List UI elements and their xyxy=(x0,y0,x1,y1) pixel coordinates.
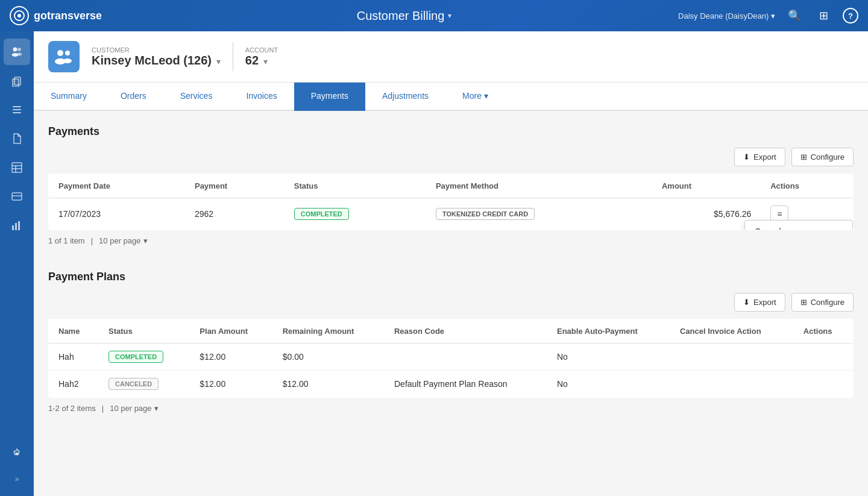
dropdown-item-cancel[interactable]: Cancel xyxy=(745,221,852,230)
cell-payment-date: 17/07/2023 xyxy=(49,198,185,230)
svg-point-1 xyxy=(17,14,21,17)
per-page-plans[interactable]: 10 per page ▾ xyxy=(110,404,158,413)
status-badge-completed: COMPLETED xyxy=(294,208,349,220)
col-payment: Payment xyxy=(185,174,285,198)
customer-name-row: Kinsey McLeod (126) ▾ xyxy=(92,54,221,67)
search-button[interactable]: 🔍 xyxy=(785,6,804,25)
svg-point-21 xyxy=(57,50,63,56)
cell-plan-name-2: Hah2 xyxy=(49,371,99,398)
account-dropdown-arrow[interactable]: ▾ xyxy=(263,57,268,66)
cell-plan-actions-2 xyxy=(794,371,854,398)
sidebar-item-list[interactable] xyxy=(4,96,30,123)
tab-services[interactable]: Services xyxy=(163,83,230,111)
payments-table-header: Payment Date Payment Status Payment Meth… xyxy=(49,174,854,198)
svg-rect-10 xyxy=(13,112,21,113)
table-row: Hah2 CANCELED $12.00 $12.00 Default Paym… xyxy=(49,371,854,398)
sidebar-item-chart[interactable] xyxy=(4,212,30,239)
cell-plan-actions-1 xyxy=(794,344,854,371)
svg-rect-17 xyxy=(12,225,14,230)
cell-status: COMPLETED xyxy=(285,198,426,230)
svg-rect-11 xyxy=(12,163,22,172)
account-num-row: 62 ▾ xyxy=(245,54,278,67)
svg-rect-15 xyxy=(12,193,22,200)
col-payment-method: Payment Method xyxy=(426,174,652,198)
cell-remaining-2: $12.00 xyxy=(273,371,385,398)
col-name: Name xyxy=(49,319,99,344)
payment-plans-toolbar: ⬇ Export ⊞ Configure xyxy=(48,293,854,312)
separator-plans: | xyxy=(102,404,104,413)
customer-header: CUSTOMER Kinsey McLeod (126) ▾ ACCOUNT 6… xyxy=(34,31,868,83)
svg-point-23 xyxy=(65,51,70,55)
sidebar-item-table[interactable] xyxy=(4,154,30,181)
cell-cancel-invoice-1 xyxy=(670,344,794,371)
help-button[interactable]: ? xyxy=(843,8,858,24)
export-payments-button[interactable]: ⬇ Export xyxy=(734,148,785,166)
tab-summary[interactable]: Summary xyxy=(34,83,104,111)
customer-dropdown-arrow[interactable]: ▾ xyxy=(216,57,221,66)
actions-icon: ≡ xyxy=(777,209,782,219)
separator: | xyxy=(91,236,93,245)
tab-more[interactable]: More ▾ xyxy=(445,83,505,111)
tab-orders[interactable]: Orders xyxy=(104,83,163,111)
cell-plan-amount-1: $12.00 xyxy=(190,344,272,371)
logo-icon xyxy=(10,6,29,25)
col-auto-payment: Enable Auto-Payment xyxy=(547,319,670,344)
sidebar-item-settings[interactable] xyxy=(4,441,30,467)
plan-status-badge-2: CANCELED xyxy=(108,378,159,390)
sidebar-item-document[interactable] xyxy=(4,125,30,152)
plan-status-badge-1: COMPLETED xyxy=(108,351,163,363)
account-label: ACCOUNT xyxy=(245,46,278,54)
download-icon: ⬇ xyxy=(743,152,750,162)
export-plans-button[interactable]: ⬇ Export xyxy=(734,293,785,312)
pagination-payments: 1 of 1 item xyxy=(48,236,85,245)
tab-payments[interactable]: Payments xyxy=(294,83,365,111)
cell-auto-payment-1: No xyxy=(547,344,670,371)
configure-payments-button[interactable]: ⊞ Configure xyxy=(791,148,854,166)
payments-table-footer: 1 of 1 item | 10 per page ▾ xyxy=(48,230,854,251)
user-menu[interactable]: Daisy Deane (DaisyDean) ▾ xyxy=(678,11,775,20)
customer-label: CUSTOMER xyxy=(92,46,221,54)
col-remaining-amount: Remaining Amount xyxy=(273,319,385,344)
pagination-plans: 1-2 of 2 items xyxy=(48,404,96,413)
col-actions: Actions xyxy=(761,174,853,198)
configure-icon: ⊞ xyxy=(800,152,807,162)
payment-method-badge: TOKENIZED CREDIT CARD xyxy=(436,208,535,220)
cell-actions: ≡ Cancel Payment Application Reallocate … xyxy=(761,198,853,230)
header-divider xyxy=(233,42,233,71)
svg-point-2 xyxy=(13,48,17,52)
sidebar-item-copy[interactable] xyxy=(4,67,30,94)
cell-plan-status-1: COMPLETED xyxy=(99,344,190,371)
svg-rect-9 xyxy=(13,109,21,110)
cell-remaining-1: $0.00 xyxy=(273,344,385,371)
table-row: 17/07/2023 2962 COMPLETED TOKENIZED CRED… xyxy=(49,198,854,230)
payments-section: Payments ⬇ Export ⊞ Configure Payment Da… xyxy=(48,125,854,251)
title-dropdown-arrow[interactable]: ▾ xyxy=(448,11,451,20)
account-num[interactable]: 62 xyxy=(245,54,259,67)
customer-avatar xyxy=(48,41,80,72)
sidebar-item-people[interactable] xyxy=(4,39,30,65)
col-amount: Amount xyxy=(652,174,761,198)
payment-plans-section: Payment Plans ⬇ Export ⊞ Configure Name xyxy=(48,271,854,419)
svg-point-4 xyxy=(17,48,21,51)
cell-plan-amount-2: $12.00 xyxy=(190,371,272,398)
cell-cancel-invoice-2 xyxy=(670,371,794,398)
logo-area: gotransverse xyxy=(10,6,130,25)
tab-invoices[interactable]: Invoices xyxy=(229,83,294,111)
col-status: Status xyxy=(285,174,426,198)
configure-plans-button[interactable]: ⊞ Configure xyxy=(791,293,854,312)
tab-adjustments[interactable]: Adjustments xyxy=(365,83,445,111)
svg-point-5 xyxy=(17,53,22,56)
svg-rect-18 xyxy=(15,223,17,230)
payments-toolbar: ⬇ Export ⊞ Configure xyxy=(48,148,854,166)
top-nav: gotransverse Customer Billing ▾ Daisy De… xyxy=(0,0,868,31)
cell-payment-method: TOKENIZED CREDIT CARD xyxy=(426,198,652,230)
plans-table-header: Name Status Plan Amount Remaining Amount… xyxy=(49,319,854,344)
sidebar-expand[interactable]: » xyxy=(4,469,30,489)
logo-text: gotransverse xyxy=(34,10,102,22)
customer-name[interactable]: Kinsey McLeod (126) xyxy=(92,54,212,67)
sidebar-item-card[interactable] xyxy=(4,183,30,210)
per-page-arrow-plans: ▾ xyxy=(154,404,159,413)
col-plan-actions: Actions xyxy=(794,319,854,344)
per-page-payments[interactable]: 10 per page ▾ xyxy=(99,236,147,245)
grid-button[interactable]: ⊞ xyxy=(814,6,833,25)
